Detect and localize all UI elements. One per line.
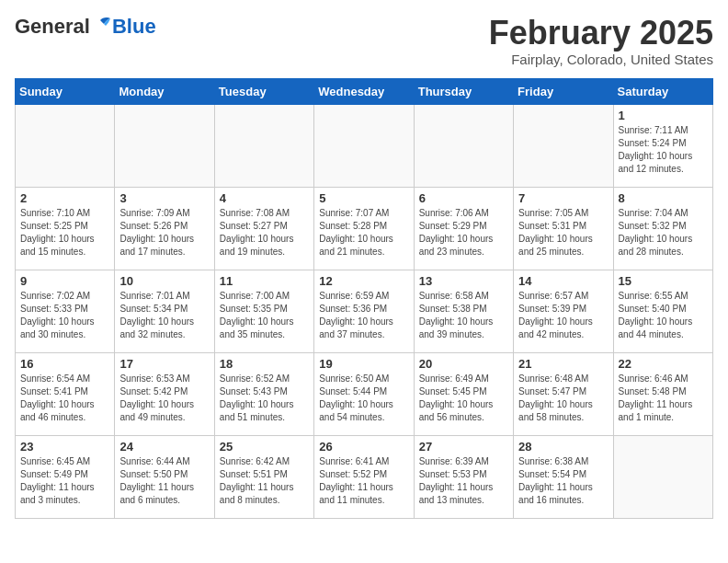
day-number: 15 — [619, 274, 708, 288]
weekday-header-row: SundayMondayTuesdayWednesdayThursdayFrid… — [16, 78, 713, 104]
week-row-5: 23Sunrise: 6:45 AM Sunset: 5:49 PM Dayli… — [16, 435, 713, 518]
weekday-header-sunday: Sunday — [16, 78, 115, 104]
day-cell — [314, 104, 414, 187]
day-number: 13 — [419, 274, 508, 288]
day-number: 3 — [119, 191, 209, 205]
day-info: Sunrise: 6:42 AM Sunset: 5:51 PM Dayligh… — [220, 455, 309, 507]
day-cell: 22Sunrise: 6:46 AM Sunset: 5:48 PM Dayli… — [613, 352, 712, 435]
day-cell: 12Sunrise: 6:59 AM Sunset: 5:36 PM Dayli… — [314, 270, 414, 352]
day-cell: 2Sunrise: 7:10 AM Sunset: 5:25 PM Daylig… — [16, 187, 115, 270]
day-cell: 18Sunrise: 6:52 AM Sunset: 5:43 PM Dayli… — [214, 352, 313, 435]
week-row-3: 9Sunrise: 7:02 AM Sunset: 5:33 PM Daylig… — [16, 270, 713, 352]
weekday-header-friday: Friday — [514, 78, 613, 104]
day-number: 5 — [319, 191, 408, 205]
day-cell: 1Sunrise: 7:11 AM Sunset: 5:24 PM Daylig… — [613, 104, 712, 187]
day-cell: 14Sunrise: 6:57 AM Sunset: 5:39 PM Dayli… — [514, 270, 613, 352]
day-number: 27 — [419, 440, 508, 454]
day-cell: 27Sunrise: 6:39 AM Sunset: 5:53 PM Dayli… — [414, 435, 513, 518]
day-cell: 13Sunrise: 6:58 AM Sunset: 5:38 PM Dayli… — [414, 270, 513, 352]
day-number: 18 — [220, 357, 309, 371]
day-number: 12 — [319, 274, 408, 288]
day-number: 9 — [20, 274, 109, 288]
calendar-table: SundayMondayTuesdayWednesdayThursdayFrid… — [15, 78, 713, 519]
day-number: 22 — [619, 357, 708, 371]
day-cell: 17Sunrise: 6:53 AM Sunset: 5:42 PM Dayli… — [115, 352, 214, 435]
day-cell: 10Sunrise: 7:01 AM Sunset: 5:34 PM Dayli… — [115, 270, 214, 352]
day-info: Sunrise: 6:52 AM Sunset: 5:43 PM Dayligh… — [220, 373, 309, 424]
title-area: February 2025 Fairplay, Colorado, United… — [489, 15, 713, 67]
day-cell: 7Sunrise: 7:05 AM Sunset: 5:31 PM Daylig… — [514, 187, 613, 270]
day-info: Sunrise: 7:11 AM Sunset: 5:24 PM Dayligh… — [619, 124, 708, 176]
day-info: Sunrise: 6:38 AM Sunset: 5:54 PM Dayligh… — [518, 455, 608, 507]
calendar-header: General Blue February 2025 Fairplay, Col… — [15, 15, 713, 67]
weekday-header-saturday: Saturday — [613, 78, 712, 104]
day-info: Sunrise: 7:05 AM Sunset: 5:31 PM Dayligh… — [518, 207, 608, 259]
day-info: Sunrise: 6:55 AM Sunset: 5:40 PM Dayligh… — [619, 290, 708, 341]
week-row-2: 2Sunrise: 7:10 AM Sunset: 5:25 PM Daylig… — [16, 187, 713, 270]
location: Fairplay, Colorado, United States — [489, 52, 713, 67]
day-info: Sunrise: 6:50 AM Sunset: 5:44 PM Dayligh… — [319, 373, 408, 424]
day-cell: 8Sunrise: 7:04 AM Sunset: 5:32 PM Daylig… — [613, 187, 712, 270]
day-cell: 28Sunrise: 6:38 AM Sunset: 5:54 PM Dayli… — [514, 435, 613, 518]
day-number: 7 — [518, 191, 608, 205]
day-cell: 21Sunrise: 6:48 AM Sunset: 5:47 PM Dayli… — [514, 352, 613, 435]
day-info: Sunrise: 6:48 AM Sunset: 5:47 PM Dayligh… — [518, 373, 608, 424]
day-number: 4 — [220, 191, 309, 205]
day-info: Sunrise: 7:04 AM Sunset: 5:32 PM Dayligh… — [619, 207, 708, 259]
day-cell: 6Sunrise: 7:06 AM Sunset: 5:29 PM Daylig… — [414, 187, 513, 270]
day-number: 14 — [518, 274, 608, 288]
logo-general: General — [15, 15, 90, 39]
day-cell: 16Sunrise: 6:54 AM Sunset: 5:41 PM Dayli… — [16, 352, 115, 435]
weekday-header-wednesday: Wednesday — [314, 78, 414, 104]
day-cell: 4Sunrise: 7:08 AM Sunset: 5:27 PM Daylig… — [214, 187, 313, 270]
day-cell: 19Sunrise: 6:50 AM Sunset: 5:44 PM Dayli… — [314, 352, 414, 435]
day-cell: 15Sunrise: 6:55 AM Sunset: 5:40 PM Dayli… — [613, 270, 712, 352]
day-info: Sunrise: 7:01 AM Sunset: 5:34 PM Dayligh… — [119, 290, 209, 341]
day-number: 8 — [619, 191, 708, 205]
day-cell — [613, 435, 712, 518]
day-cell — [115, 104, 214, 187]
day-number: 26 — [319, 440, 408, 454]
day-cell: 23Sunrise: 6:45 AM Sunset: 5:49 PM Dayli… — [16, 435, 115, 518]
day-cell: 3Sunrise: 7:09 AM Sunset: 5:26 PM Daylig… — [115, 187, 214, 270]
day-number: 2 — [20, 191, 109, 205]
week-row-1: 1Sunrise: 7:11 AM Sunset: 5:24 PM Daylig… — [16, 104, 713, 187]
day-info: Sunrise: 7:09 AM Sunset: 5:26 PM Dayligh… — [119, 207, 209, 259]
day-cell: 25Sunrise: 6:42 AM Sunset: 5:51 PM Dayli… — [214, 435, 313, 518]
day-info: Sunrise: 6:54 AM Sunset: 5:41 PM Dayligh… — [20, 373, 109, 424]
day-number: 6 — [419, 191, 508, 205]
weekday-header-tuesday: Tuesday — [214, 78, 313, 104]
day-cell: 24Sunrise: 6:44 AM Sunset: 5:50 PM Dayli… — [115, 435, 214, 518]
day-number: 25 — [220, 440, 309, 454]
day-info: Sunrise: 7:00 AM Sunset: 5:35 PM Dayligh… — [220, 290, 309, 341]
day-info: Sunrise: 7:02 AM Sunset: 5:33 PM Dayligh… — [20, 290, 109, 341]
week-row-4: 16Sunrise: 6:54 AM Sunset: 5:41 PM Dayli… — [16, 352, 713, 435]
day-info: Sunrise: 6:44 AM Sunset: 5:50 PM Dayligh… — [119, 455, 209, 507]
logo-blue: Blue — [112, 15, 156, 39]
day-info: Sunrise: 7:10 AM Sunset: 5:25 PM Dayligh… — [20, 207, 109, 259]
weekday-header-thursday: Thursday — [414, 78, 513, 104]
day-cell — [16, 104, 115, 187]
day-number: 24 — [119, 440, 209, 454]
day-cell: 9Sunrise: 7:02 AM Sunset: 5:33 PM Daylig… — [16, 270, 115, 352]
day-info: Sunrise: 6:57 AM Sunset: 5:39 PM Dayligh… — [518, 290, 608, 341]
day-info: Sunrise: 7:08 AM Sunset: 5:27 PM Dayligh… — [220, 207, 309, 259]
day-number: 17 — [119, 357, 209, 371]
day-info: Sunrise: 7:07 AM Sunset: 5:28 PM Dayligh… — [319, 207, 408, 259]
day-cell: 20Sunrise: 6:49 AM Sunset: 5:45 PM Dayli… — [414, 352, 513, 435]
day-cell — [414, 104, 513, 187]
day-cell: 5Sunrise: 7:07 AM Sunset: 5:28 PM Daylig… — [314, 187, 414, 270]
day-info: Sunrise: 6:45 AM Sunset: 5:49 PM Dayligh… — [20, 455, 109, 507]
day-number: 1 — [619, 109, 708, 122]
day-number: 23 — [20, 440, 109, 454]
day-cell: 26Sunrise: 6:41 AM Sunset: 5:52 PM Dayli… — [314, 435, 414, 518]
day-info: Sunrise: 6:49 AM Sunset: 5:45 PM Dayligh… — [419, 373, 508, 424]
day-number: 21 — [518, 357, 608, 371]
logo-bird-icon — [91, 17, 111, 33]
logo: General Blue — [15, 15, 156, 39]
day-info: Sunrise: 7:06 AM Sunset: 5:29 PM Dayligh… — [419, 207, 508, 259]
day-number: 10 — [119, 274, 209, 288]
day-cell — [214, 104, 313, 187]
month-title: February 2025 — [489, 15, 713, 52]
day-info: Sunrise: 6:53 AM Sunset: 5:42 PM Dayligh… — [119, 373, 209, 424]
